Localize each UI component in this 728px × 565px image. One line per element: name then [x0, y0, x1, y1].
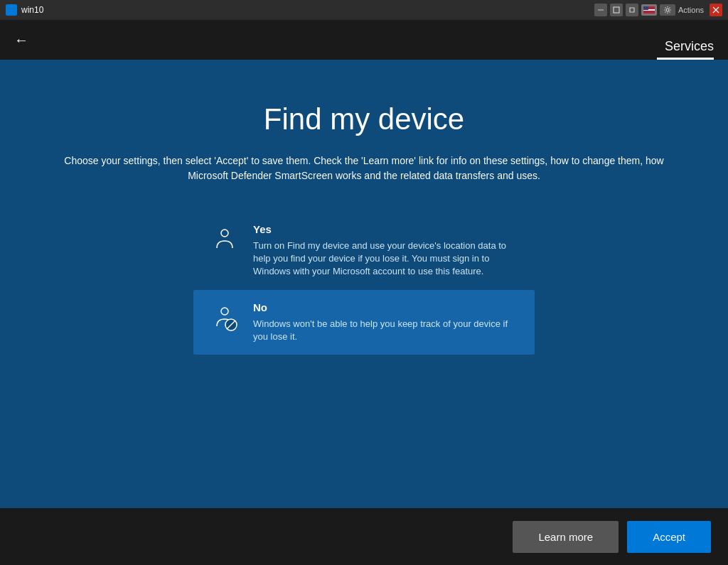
svg-point-8: [221, 308, 228, 315]
action-bar: Learn more Accept: [0, 508, 728, 565]
option-yes-desc: Turn on Find my device and use your devi…: [253, 240, 520, 279]
learn-more-button[interactable]: Learn more: [513, 521, 619, 553]
page-title: Find my device: [264, 102, 464, 136]
svg-rect-0: [598, 10, 604, 11]
option-yes-title: Yes: [253, 223, 520, 235]
svg-point-7: [221, 230, 228, 237]
option-no-text: No Windows won't be able to help you kee…: [253, 301, 520, 343]
titlebar-title: win10: [21, 5, 43, 15]
app-icon: [6, 4, 17, 16]
option-no-desc: Windows won't be able to help you keep t…: [253, 318, 520, 343]
svg-rect-5: [643, 6, 648, 10]
back-button[interactable]: ←: [14, 33, 28, 47]
svg-rect-1: [614, 7, 619, 13]
minimize-button[interactable]: [594, 4, 607, 16]
titlebar-right: Actions: [594, 4, 722, 16]
location-icon-no: [208, 301, 242, 335]
services-label: Services: [665, 39, 714, 54]
titlebar: win10 Actions: [0, 0, 728, 20]
accept-button[interactable]: Accept: [627, 521, 711, 553]
option-no[interactable]: No Windows won't be able to help you kee…: [193, 290, 535, 355]
options-container: Yes Turn on Find my device and use your …: [193, 212, 535, 355]
main-content: Find my device Choose your settings, the…: [0, 60, 728, 565]
settings-icon[interactable]: [660, 4, 675, 16]
option-no-title: No: [253, 301, 520, 313]
restore-button[interactable]: [610, 4, 623, 16]
option-yes[interactable]: Yes Turn on Find my device and use your …: [193, 212, 535, 290]
titlebar-left: win10: [6, 4, 43, 16]
description: Choose your settings, then select 'Accep…: [57, 154, 671, 183]
close-button[interactable]: [710, 4, 722, 16]
svg-point-6: [666, 9, 669, 11]
option-yes-text: Yes Turn on Find my device and use your …: [253, 223, 520, 279]
svg-rect-4: [643, 12, 655, 14]
actions-label: Actions: [678, 6, 704, 14]
flag-icon: [641, 4, 657, 16]
navbar: ← Services: [0, 20, 728, 60]
location-icon-yes: [208, 223, 242, 257]
maximize-button[interactable]: [626, 4, 638, 16]
